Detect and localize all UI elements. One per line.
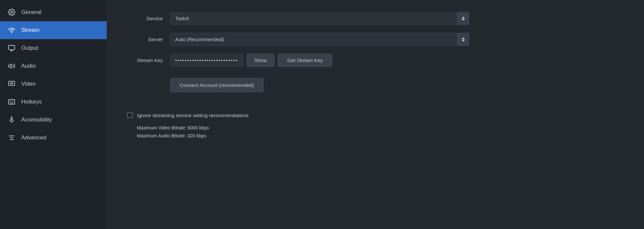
get-stream-key-button[interactable]: Get Stream Key bbox=[278, 54, 333, 67]
svg-point-1 bbox=[11, 32, 12, 33]
stream-key-input[interactable] bbox=[170, 54, 243, 67]
video-icon bbox=[7, 80, 16, 88]
service-label: Service bbox=[127, 16, 170, 21]
svg-rect-7 bbox=[10, 83, 13, 84]
sidebar-label-advanced: Advanced bbox=[21, 134, 47, 141]
sidebar-label-stream: Stream bbox=[21, 27, 40, 34]
ignore-checkbox-label: Ignore streaming service setting recomme… bbox=[137, 113, 249, 118]
sidebar-label-audio: Audio bbox=[21, 63, 36, 69]
server-select-wrapper: Auto (Recommended) bbox=[170, 33, 469, 46]
max-video-bitrate: Maximum Video Bitrate: 6000 kbps bbox=[137, 124, 624, 132]
sidebar-item-output[interactable]: Output bbox=[0, 39, 107, 57]
general-icon bbox=[7, 8, 16, 17]
max-audio-bitrate: Maximum Audio Bitrate: 320 kbps bbox=[137, 132, 624, 140]
audio-icon bbox=[7, 62, 16, 70]
server-select[interactable]: Auto (Recommended) bbox=[170, 33, 469, 46]
svg-rect-2 bbox=[9, 45, 15, 50]
output-icon bbox=[7, 44, 16, 52]
sidebar-item-video[interactable]: Video bbox=[0, 75, 107, 93]
sidebar-item-audio[interactable]: Audio bbox=[0, 57, 107, 75]
stream-key-controls: Show Get Stream Key bbox=[170, 54, 332, 67]
accessibility-icon bbox=[7, 115, 16, 124]
sidebar-label-general: General bbox=[21, 9, 41, 16]
sidebar-item-general[interactable]: General bbox=[0, 3, 107, 21]
svg-rect-6 bbox=[9, 81, 15, 86]
sidebar-item-advanced[interactable]: Advanced bbox=[0, 129, 107, 147]
stream-key-row: Stream Key Show Get Stream Key bbox=[127, 54, 624, 67]
server-row: Server Auto (Recommended) bbox=[127, 33, 624, 46]
stream-key-label: Stream Key bbox=[127, 57, 170, 63]
advanced-icon bbox=[7, 133, 16, 142]
connect-account-button[interactable]: Connect Account (recommended) bbox=[170, 78, 264, 92]
sidebar-item-hotkeys[interactable]: Hotkeys bbox=[0, 93, 107, 111]
main-content: Service Twitch Server Auto (Recommended)… bbox=[107, 0, 644, 229]
stream-icon bbox=[7, 26, 16, 35]
lower-section: Ignore streaming service setting recomme… bbox=[127, 112, 624, 140]
service-row: Service Twitch bbox=[127, 12, 624, 25]
ignore-checkbox[interactable] bbox=[127, 112, 133, 118]
service-select-wrapper: Twitch bbox=[170, 12, 469, 25]
sidebar: General Stream Output bbox=[0, 0, 107, 229]
service-select[interactable]: Twitch bbox=[170, 12, 469, 25]
hotkeys-icon bbox=[7, 98, 16, 106]
show-button[interactable]: Show bbox=[247, 54, 274, 67]
sidebar-item-stream[interactable]: Stream bbox=[0, 21, 107, 39]
ignore-checkbox-row: Ignore streaming service setting recomme… bbox=[127, 112, 624, 118]
svg-marker-5 bbox=[9, 64, 11, 68]
sidebar-label-accessibility: Accessibility bbox=[21, 116, 52, 123]
sidebar-label-video: Video bbox=[21, 81, 36, 87]
svg-point-0 bbox=[11, 11, 13, 13]
sidebar-label-hotkeys: Hotkeys bbox=[21, 99, 42, 105]
bitrate-info: Maximum Video Bitrate: 6000 kbps Maximum… bbox=[137, 124, 624, 140]
sidebar-label-output: Output bbox=[21, 45, 38, 51]
server-label: Server bbox=[127, 37, 170, 42]
sidebar-item-accessibility[interactable]: Accessibility bbox=[0, 111, 107, 129]
